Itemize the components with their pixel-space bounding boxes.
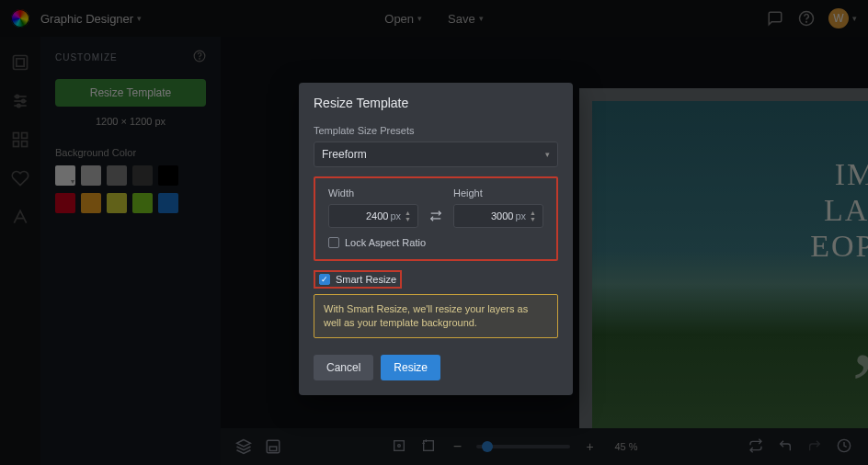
- resize-label: Resize: [394, 361, 428, 374]
- height-label: Height: [453, 187, 543, 198]
- stepper-icon[interactable]: ▲▼: [405, 205, 414, 227]
- width-label: Width: [328, 187, 418, 198]
- smart-resize-tip: With Smart Resize, we'll resize your lay…: [314, 294, 558, 338]
- unit-label: px: [390, 210, 401, 221]
- width-input[interactable]: 2400 px ▲▼: [328, 204, 418, 228]
- height-value: 3000: [491, 210, 513, 221]
- smart-resize-label: Smart Resize: [336, 274, 396, 285]
- preset-label: Template Size Presets: [314, 125, 558, 136]
- unit-label: px: [515, 210, 526, 221]
- resize-template-modal: Resize Template Template Size Presets Fr…: [299, 83, 573, 395]
- preset-value: Freeform: [322, 148, 367, 161]
- lock-aspect-checkbox[interactable]: [328, 237, 339, 248]
- stepper-icon[interactable]: ▲▼: [530, 205, 539, 227]
- height-input[interactable]: 3000 px ▲▼: [453, 204, 543, 228]
- cancel-label: Cancel: [326, 361, 360, 374]
- modal-title: Resize Template: [299, 83, 573, 121]
- preset-select[interactable]: Freeform ▾: [314, 142, 558, 167]
- lock-aspect-label: Lock Aspect Ratio: [345, 237, 426, 248]
- dimension-group-highlight: Width 2400 px ▲▼ Height 3000 px ▲▼: [314, 176, 558, 261]
- cancel-button[interactable]: Cancel: [314, 355, 373, 380]
- smart-resize-checkbox[interactable]: [319, 274, 330, 285]
- chevron-down-icon: ▾: [545, 150, 550, 159]
- smart-resize-highlight: Smart Resize: [314, 270, 402, 289]
- lock-aspect-row[interactable]: Lock Aspect Ratio: [328, 237, 543, 248]
- swap-dimensions-icon[interactable]: [428, 204, 444, 228]
- width-value: 2400: [366, 210, 388, 221]
- resize-button[interactable]: Resize: [381, 355, 440, 380]
